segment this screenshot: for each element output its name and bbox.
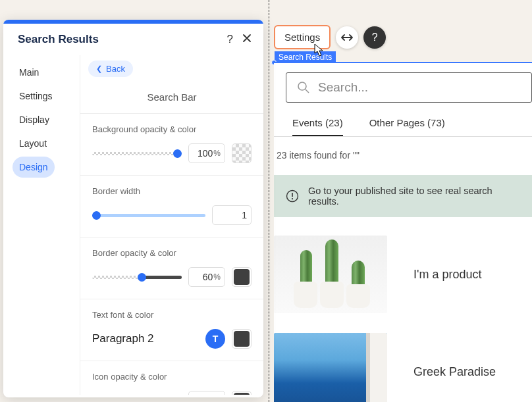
search-input[interactable]: Search... [286, 72, 532, 103]
tab-events[interactable]: Events (23) [292, 117, 343, 136]
widget-toolbar: Settings ? [274, 25, 386, 49]
color-swatch[interactable] [232, 267, 252, 287]
result-item[interactable]: I'm a product [274, 236, 532, 313]
control-border-width: Border width 1 [80, 175, 263, 237]
control-label: Text font & color [92, 310, 252, 320]
stretch-button[interactable] [336, 26, 358, 49]
width-slider[interactable] [92, 211, 205, 220]
sidebar-item-design[interactable]: Design [13, 157, 55, 178]
svg-line-1 [306, 89, 309, 93]
control-bg-opacity: Background opacity & color 100% [80, 113, 263, 175]
sidebar-item-main[interactable]: Main [13, 62, 45, 83]
help-button[interactable]: ? [363, 26, 386, 49]
control-label: Background opacity & color [92, 124, 252, 134]
tabs-underline [274, 136, 532, 137]
panel-header: Search Results ? [3, 24, 263, 55]
sidebar-item-display[interactable]: Display [13, 109, 56, 130]
opacity-value[interactable]: 60% [188, 391, 225, 395]
results-count-text: 23 items found for "" [277, 150, 532, 161]
settings-button[interactable]: Settings [274, 25, 331, 49]
color-swatch[interactable] [232, 143, 252, 163]
notice-text: Go to your published site to see real se… [308, 186, 520, 207]
tab-other-pages[interactable]: Other Pages (73) [369, 117, 445, 136]
width-value[interactable]: 1 [212, 205, 252, 225]
stretch-icon [341, 34, 353, 41]
slider-thumb[interactable] [173, 149, 182, 158]
close-icon[interactable] [242, 33, 252, 46]
opacity-value[interactable]: 100% [188, 143, 225, 163]
font-name: Paragraph 2 [92, 332, 199, 345]
panel-help-icon[interactable]: ? [227, 33, 233, 46]
chevron-left-icon: ❮ [96, 64, 102, 73]
search-icon [297, 81, 310, 94]
control-label: Border opacity & color [92, 248, 252, 258]
color-swatch[interactable] [232, 329, 252, 349]
column-guide [269, 0, 269, 402]
settings-panel: Search Results ? Main Settings Display L… [3, 20, 263, 397]
back-label: Back [106, 64, 125, 74]
control-label: Icon opacity & color [92, 372, 252, 382]
opacity-value[interactable]: 60% [188, 267, 225, 287]
control-text-font: Text font & color Paragraph 2 T [80, 299, 263, 361]
results-list: I'm a product Greek Paradise [274, 236, 532, 402]
info-icon [286, 189, 299, 203]
slider-thumb[interactable] [138, 273, 146, 282]
color-swatch[interactable] [232, 391, 252, 395]
opacity-slider[interactable] [92, 272, 182, 282]
font-picker-button[interactable]: T [205, 329, 225, 349]
panel-sidebar: Main Settings Display Layout Design [3, 55, 80, 395]
result-item[interactable]: Greek Paradise [274, 333, 532, 402]
search-placeholder: Search... [318, 80, 368, 95]
help-icon: ? [372, 32, 378, 43]
control-icon-opacity: Icon opacity & color 60% [80, 361, 263, 395]
section-title: Search Bar [80, 82, 263, 113]
result-title: Greek Paradise [413, 365, 496, 379]
preview-notice: Go to your published site to see real se… [274, 175, 532, 217]
result-thumbnail [274, 236, 387, 313]
sidebar-item-layout[interactable]: Layout [13, 133, 53, 154]
slider-thumb[interactable] [92, 211, 101, 220]
panel-title: Search Results [18, 33, 99, 46]
control-label: Border width [92, 186, 252, 196]
search-results-preview: Search... Events (23) Other Pages (73) 2… [274, 63, 532, 402]
sidebar-item-settings[interactable]: Settings [13, 86, 59, 107]
result-tabs: Events (23) Other Pages (73) [292, 117, 532, 136]
svg-point-4 [292, 198, 293, 199]
result-thumbnail [274, 333, 387, 402]
svg-point-0 [298, 82, 306, 90]
back-button[interactable]: ❮ Back [88, 61, 133, 77]
panel-content: ❮ Back Search Bar Background opacity & c… [80, 55, 263, 395]
control-border-opacity: Border opacity & color 60% [80, 237, 263, 299]
opacity-slider[interactable] [92, 149, 182, 158]
result-title: I'm a product [413, 268, 481, 282]
